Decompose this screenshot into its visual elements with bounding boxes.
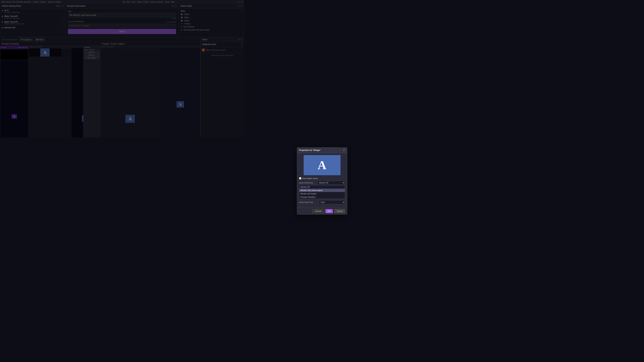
modal-overlay: Properties for 'Stinger' ✕ A Invert Matt… [0,0,244,137]
